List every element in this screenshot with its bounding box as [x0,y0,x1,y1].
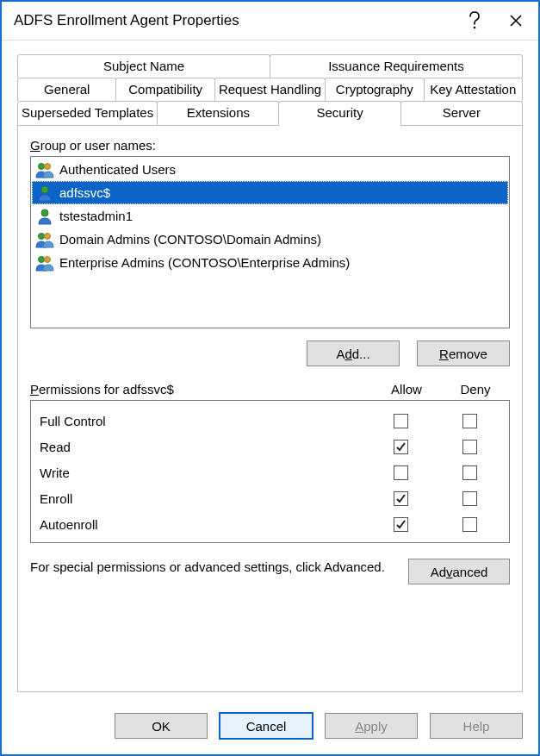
permissions-list: Full ControlReadWriteEnrollAutoenroll [30,400,510,543]
permission-row: Full Control [40,408,504,434]
allow-checkbox[interactable] [394,465,408,480]
tab-compatibility[interactable]: Compatibility [115,78,214,101]
svg-point-4 [41,209,48,216]
tab-cryptography[interactable]: Cryptography [325,78,424,101]
svg-point-5 [39,233,45,239]
allow-checkbox[interactable] [394,414,408,428]
permission-row: Write [40,459,504,485]
svg-point-1 [39,163,45,169]
svg-point-6 [45,233,51,239]
help-button[interactable] [454,3,495,38]
permission-name: Autoenroll [40,517,366,532]
tab-extensions[interactable]: Extensions [157,101,279,125]
close-icon [510,15,522,27]
cancel-button[interactable]: Cancel [220,713,313,739]
advanced-button[interactable]: Advanced [408,559,510,584]
add-button[interactable]: Add... [307,341,400,366]
help-footer-button[interactable]: Help [430,713,523,739]
client-area: Subject NameIssuance Requirements Genera… [2,41,538,701]
tab-page-security: Group or user names: Authenticated Users… [17,125,523,692]
group-icon [35,160,54,179]
deny-checkbox[interactable] [462,440,477,454]
svg-point-0 [474,27,476,29]
list-item[interactable]: Domain Admins (CONTOSO\Domain Admins) [32,228,508,251]
tab-issuance-requirements[interactable]: Issuance Requirements [270,54,523,78]
close-button[interactable] [495,3,537,38]
tab-server[interactable]: Server [400,101,523,125]
permissions-header: Permissions for adfssvc$ Allow Deny [30,382,510,397]
list-item[interactable]: Authenticated Users [32,158,508,181]
group-icon [35,253,54,272]
tab-key-attestation[interactable]: Key Attestation [424,78,523,101]
principal-name: Enterprise Admins (CONTOSO\Enterprise Ad… [59,255,350,270]
permission-name: Write [40,465,366,480]
principal-name: Authenticated Users [59,162,176,177]
tab-request-handling[interactable]: Request Handling [214,78,326,101]
tab-general[interactable]: General [17,78,116,101]
svg-point-3 [41,186,48,193]
deny-checkbox[interactable] [462,465,477,480]
deny-checkbox[interactable] [462,491,477,506]
tab-security[interactable]: Security [278,101,400,126]
permission-row: Read [40,434,504,459]
svg-point-8 [45,256,51,262]
permission-row: Enroll [40,485,504,511]
tab-superseded-templates[interactable]: Superseded Templates [17,101,158,125]
allow-checkbox[interactable] [394,440,408,454]
permission-name: Read [40,440,366,454]
question-icon [469,11,481,30]
principal-name: tstestadmin1 [59,209,133,223]
column-allow: Allow [372,382,441,397]
tab-subject-name[interactable]: Subject Name [17,54,270,78]
advanced-hint: For special permissions or advanced sett… [30,559,391,576]
group-icon [35,230,54,249]
dialog-title: ADFS Enrollment Agent Properties [14,12,454,29]
principal-name: adfssvc$ [59,185,110,200]
list-item[interactable]: adfssvc$ [32,181,508,204]
svg-point-2 [45,163,51,169]
allow-checkbox[interactable] [394,517,408,532]
principal-name: Domain Admins (CONTOSO\Domain Admins) [59,232,321,247]
list-item[interactable]: tstestadmin1 [32,204,508,228]
dialog-window: ADFS Enrollment Agent Properties Subject… [0,0,540,756]
permission-row: Autoenroll [40,511,504,537]
svg-point-7 [39,256,45,262]
deny-checkbox[interactable] [462,414,477,428]
column-deny: Deny [441,382,510,397]
tab-control: Subject NameIssuance Requirements Genera… [17,54,523,125]
ok-button[interactable]: OK [115,713,208,739]
deny-checkbox[interactable] [462,517,477,532]
group-or-user-names-label: Group or user names: [30,138,510,153]
allow-checkbox[interactable] [394,491,408,506]
remove-button[interactable]: Remove [417,341,510,366]
permission-name: Full Control [40,414,366,428]
user-icon [35,184,54,203]
principal-buttons: Add... Remove [30,341,510,366]
permission-name: Enroll [40,491,366,506]
apply-button[interactable]: Apply [325,713,418,739]
principals-listbox[interactable]: Authenticated Users adfssvc$ tstestadmin… [30,156,510,328]
list-item[interactable]: Enterprise Admins (CONTOSO\Enterprise Ad… [32,251,508,274]
dialog-button-bar: OK Cancel Apply Help [2,701,538,754]
advanced-section: For special permissions or advanced sett… [30,559,510,584]
titlebar: ADFS Enrollment Agent Properties [2,2,538,41]
user-icon [35,207,54,226]
